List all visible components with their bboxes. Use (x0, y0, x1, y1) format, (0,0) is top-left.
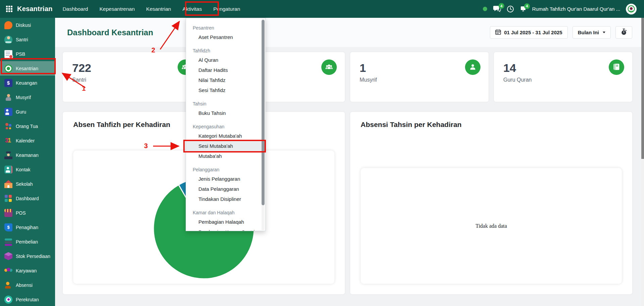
sidebar-item-orang-tua[interactable]: Orang Tua (0, 119, 55, 133)
users-group-icon (321, 59, 337, 75)
panel-absensi-tahsin: Absensi Tahsin per Kehadiran Tidak ada d… (350, 112, 632, 294)
absensi-icon (4, 281, 12, 289)
menu-item-pembagian-halaqah[interactable]: Pembagian Halaqah (186, 217, 265, 227)
santri-icon (4, 36, 12, 44)
online-status-dot (483, 7, 487, 11)
content-area: 722 Santri 1 Musyrif 14 Guru Quran (55, 47, 644, 294)
penagihan-icon (4, 223, 12, 231)
award-badge: 4 (524, 3, 530, 9)
kontak-icon (4, 166, 12, 174)
chat-icon[interactable]: 4 (493, 5, 501, 12)
panel-title: Absensi Tahsin per Kehadiran (361, 121, 622, 129)
nav-item-aktivitas[interactable]: Aktivitas (182, 6, 202, 12)
award-icon[interactable]: 4 (520, 6, 526, 12)
stat-card-guru-quran: 14 Guru Quran (494, 52, 632, 102)
stat-card-musyrif: 1 Musyrif (350, 52, 489, 102)
app-root: Kesantrian Dashboard Kepesantrenan Kesan… (0, 0, 644, 306)
sidebar-item-label: Pembelian (16, 239, 38, 245)
keamanan-icon (4, 151, 12, 159)
menu-item-sesi-mutabaah[interactable]: Sesi Mutaba'ah (186, 141, 265, 151)
dropdown-section-pesantren: Pesantren (186, 24, 265, 32)
sidebar-item-keuangan[interactable]: Keuangan (0, 76, 55, 90)
clock-icon[interactable] (507, 5, 514, 13)
sidebar-item-psb[interactable]: PSB (0, 47, 55, 61)
stat-value: 1 (360, 62, 479, 74)
stok-persediaan-icon (4, 252, 12, 260)
sidebar-item-stok-persediaan[interactable]: Stok Persediaan (0, 249, 55, 263)
sekolah-icon (4, 180, 12, 188)
chat-badge: 4 (499, 3, 504, 9)
dropdown-scrollbar[interactable] (262, 19, 265, 230)
sidebar-item-penagihan[interactable]: Penagihan (0, 220, 55, 234)
nav-item-dashboard[interactable]: Dashboard (62, 6, 88, 12)
sidebar-item-label: Dashboard (16, 196, 39, 201)
menu-item-tindakan-disipliner[interactable]: Tindakan Disipliner (186, 194, 265, 204)
organization-name[interactable]: Rumah Tahfizh Qur'an Daarul Qur'an ... (532, 6, 620, 12)
menu-item-al-quran[interactable]: Al Quran (186, 55, 265, 65)
menu-item-jenis-pelanggaran[interactable]: Jenis Pelanggaran (186, 174, 265, 184)
sidebar-item-label: Kesantrian (16, 66, 38, 71)
book-icon (609, 59, 624, 75)
settings-dropdown: Pesantren Aset Pesantren Tahfidzh Al Qur… (186, 18, 266, 231)
stat-value: 722 (72, 62, 192, 74)
sidebar-item-pos[interactable]: POS (0, 206, 55, 220)
menu-item-nilai-tahfidz[interactable]: Nilai Tahfidz (186, 75, 265, 85)
sidebar-item-absensi[interactable]: Absensi (0, 278, 55, 292)
sidebar-item-perekrutan[interactable]: Perekrutan (0, 292, 55, 306)
sidebar: Diskusi Santri PSB Kesantrian Keuangan M… (0, 18, 55, 306)
sidebar-item-label: Guru (16, 109, 26, 115)
sidebar-item-label: Kontak (16, 167, 31, 172)
sidebar-item-label: Absensi (16, 282, 33, 288)
sidebar-item-pembelian[interactable]: Pembelian (0, 234, 55, 249)
timer-button[interactable] (615, 26, 632, 39)
sidebar-item-label: Diskusi (16, 23, 31, 28)
sidebar-item-kesantrian[interactable]: Kesantrian (0, 61, 55, 76)
avatar[interactable] (626, 4, 637, 14)
menu-item-sesi-tahfidz[interactable]: Sesi Tahfidz (186, 85, 265, 95)
menu-item-aset-pesantren[interactable]: Aset Pesantren (186, 32, 265, 42)
calendar-icon (495, 29, 501, 36)
apps-grid-icon[interactable] (6, 6, 12, 12)
dropdown-section-kepengasuhan: Kepengasuhan (186, 122, 265, 131)
page-scrollbar[interactable] (641, 18, 644, 306)
sidebar-item-guru[interactable]: Guru (0, 104, 55, 119)
sidebar-item-kalender[interactable]: Kalender (0, 133, 55, 148)
sidebar-item-dashboard[interactable]: Dashboard (0, 191, 55, 206)
menu-item-mutabaah[interactable]: Mutaba'ah (186, 151, 265, 161)
diskusi-icon (4, 21, 12, 29)
dropdown-section-kamar-halaqah: Kamar dan Halaqah (186, 208, 265, 217)
empty-data-text: Tidak ada data (475, 223, 507, 229)
sidebar-item-santri[interactable]: Santri (0, 32, 55, 47)
menu-item-buku-tahsin[interactable]: Buku Tahsin (186, 108, 265, 118)
guru-icon (4, 108, 12, 116)
pos-icon (4, 209, 12, 217)
date-range-button[interactable]: 01 Jul 2025 - 31 Jul 2025 (490, 26, 567, 39)
sidebar-item-musyrif[interactable]: Musyrif (0, 90, 55, 104)
psb-icon (4, 50, 12, 58)
sidebar-item-keamanan[interactable]: Keamanan (0, 148, 55, 162)
menu-item-pembagian-kamar-santri[interactable]: Pembagian Kamar Santri (186, 227, 265, 231)
sidebar-item-diskusi[interactable]: Diskusi (0, 18, 55, 32)
stat-label: Musyrif (360, 77, 479, 83)
sidebar-item-karyawan[interactable]: Karyawan (0, 263, 55, 278)
keuangan-icon (4, 79, 12, 87)
nav-item-kepesantrenan[interactable]: Kepesantrenan (99, 6, 135, 12)
page-title: Dashboard Kesantrian (67, 28, 153, 37)
sidebar-item-label: Keamanan (16, 152, 39, 158)
page-scrollbar-thumb[interactable] (641, 18, 644, 159)
main-area: Dashboard Kesantrian 01 Jul 2025 - 31 Ju… (55, 18, 644, 306)
nav-item-pengaturan[interactable]: Pengaturan (213, 6, 240, 12)
perekrutan-icon (4, 296, 12, 304)
menu-item-daftar-hadits[interactable]: Daftar Hadits (186, 65, 265, 75)
sidebar-item-label: Musyrif (16, 95, 31, 100)
menu-item-kategori-mutabaah[interactable]: Kategori Mutaba'ah (186, 131, 265, 141)
dropdown-scrollbar-thumb[interactable] (262, 20, 265, 205)
period-select-button[interactable]: Bulan Ini (572, 26, 611, 39)
sidebar-item-kontak[interactable]: Kontak (0, 162, 55, 177)
sidebar-item-sekolah[interactable]: Sekolah (0, 177, 55, 191)
sidebar-item-label: Penagihan (16, 225, 38, 230)
sidebar-item-label: Sekolah (16, 181, 33, 187)
nav-item-kesantrian[interactable]: Kesantrian (146, 6, 171, 12)
sidebar-item-label: PSB (16, 51, 25, 57)
menu-item-data-pelanggaran[interactable]: Data Pelanggaran (186, 184, 265, 194)
